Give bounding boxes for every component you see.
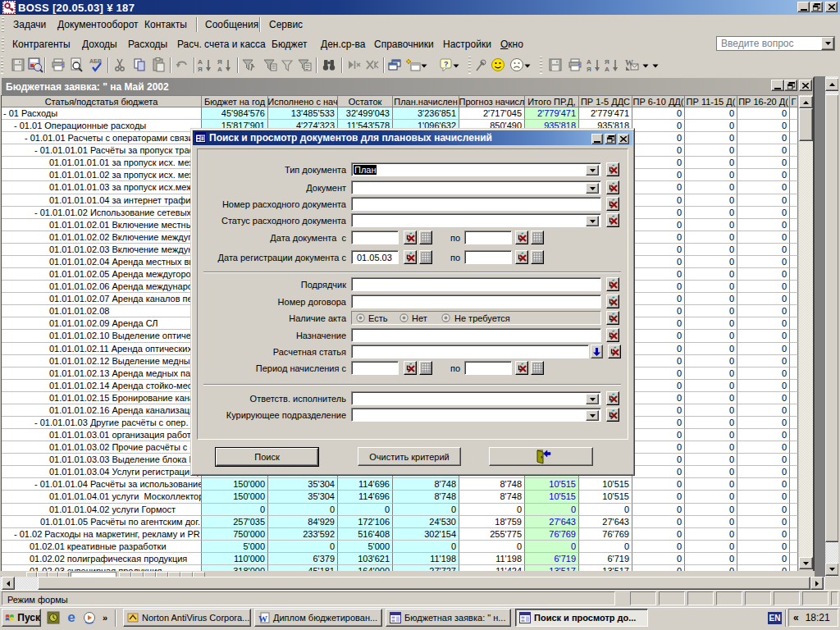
svg-text:Я: Я xyxy=(217,58,222,66)
svg-text:А: А xyxy=(605,66,609,73)
svg-text:Я: Я xyxy=(587,66,591,73)
svg-text:?: ? xyxy=(444,60,449,68)
svg-text:W: W xyxy=(258,614,267,623)
svg-text:А: А xyxy=(217,66,222,73)
svg-text:А: А xyxy=(198,58,203,66)
svg-text:Я: Я xyxy=(198,66,203,73)
svg-text:Я: Я xyxy=(605,58,609,66)
svg-text:А: А xyxy=(587,58,591,66)
